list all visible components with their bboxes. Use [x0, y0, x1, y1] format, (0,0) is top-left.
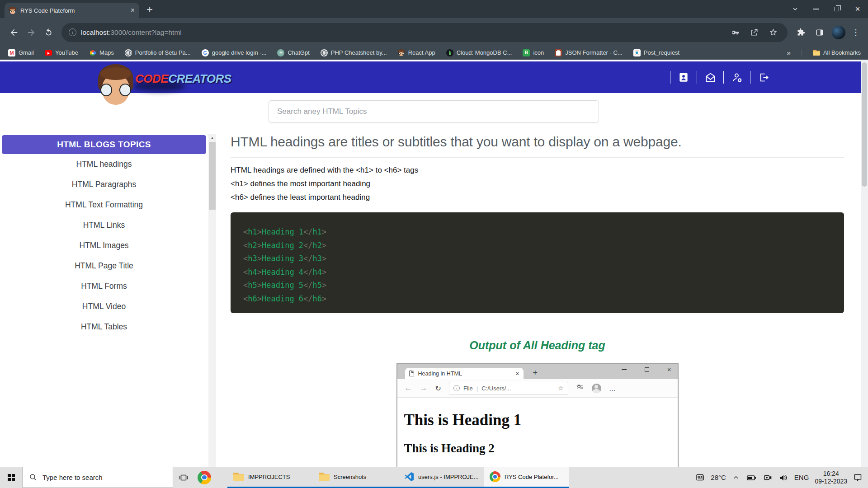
bookmark-maps[interactable]: Maps: [89, 49, 114, 56]
bookmark-portfolio[interactable]: Portfolio of Setu Pa...: [125, 49, 191, 56]
web-page: CODECREATORS HTML BLOGS TOPICS HTML head…: [0, 60, 868, 467]
bookmark-gmail[interactable]: MGmail: [8, 49, 34, 56]
content-scrollbar[interactable]: ▲: [208, 134, 216, 467]
bookmark-label: PHP Cheatsheet by...: [331, 49, 387, 56]
menu-dots-icon: …: [609, 385, 616, 392]
taskbar-search[interactable]: [23, 467, 173, 488]
sidebar-item-html-video[interactable]: HTML Video: [2, 296, 206, 317]
task-view-icon: [179, 473, 189, 483]
profile-avatar[interactable]: [830, 24, 847, 41]
folder-icon: [813, 50, 820, 56]
page-scrollbar[interactable]: [861, 60, 868, 467]
bookmarks-overflow-chevron[interactable]: »: [787, 49, 791, 56]
site-logo-text[interactable]: CODECREATORS: [135, 72, 231, 86]
tab-close-icon[interactable]: ×: [131, 7, 135, 14]
site-info-icon[interactable]: i: [69, 28, 76, 36]
sidebar-item-html-links[interactable]: HTML Links: [2, 215, 206, 235]
side-panel-icon[interactable]: [811, 24, 828, 41]
site-logo-mascot[interactable]: [98, 64, 133, 106]
tray-chevron-icon[interactable]: [732, 474, 740, 482]
new-tab-button[interactable]: +: [146, 4, 153, 15]
bookmark-label: Cloud: MongoDB C...: [457, 49, 512, 56]
bookmark-mongodb[interactable]: Cloud: MongoDB C...: [446, 49, 512, 56]
code-line: <h4>Heading 4</h4>: [243, 266, 840, 279]
bookmark-json-formatter[interactable]: JSON Formatter - C...: [555, 49, 622, 56]
bookmark-youtube[interactable]: YouTube: [45, 49, 78, 56]
scroll-up-arrow-icon[interactable]: ▲: [208, 134, 216, 141]
sidebar-item-html-page-title[interactable]: HTML Page Title: [2, 256, 206, 276]
battery-icon[interactable]: [746, 472, 757, 483]
code-line: <h1>Heading 1</h1>: [243, 225, 840, 239]
topic-search-input[interactable]: [269, 100, 599, 123]
favorites-bar-icon: [576, 383, 584, 393]
paragraph: <h1> defines the most important heading: [231, 177, 844, 191]
taskbar-chrome-button[interactable]: [194, 467, 215, 488]
screenshot-titlebar: Heading in HTML × + ×: [397, 364, 678, 379]
bookmark-label: ChatGpt: [288, 49, 309, 56]
speaker-icon[interactable]: [778, 473, 788, 483]
extensions-puzzle-icon[interactable]: [792, 24, 809, 41]
browser-tab[interactable]: RYS Code Plateform ×: [5, 3, 139, 18]
bookmark-label: Portfolio of Setu Pa...: [135, 49, 191, 56]
all-bookmarks-button[interactable]: All Bookmarks: [813, 49, 861, 56]
reload-icon[interactable]: [40, 24, 57, 41]
bookmark-chatgpt[interactable]: ✳ChatGpt: [277, 49, 309, 56]
taskbar-app-rys-chrome[interactable]: RYS Code Platefor...: [484, 467, 569, 488]
scrollbar-thumb[interactable]: [862, 62, 867, 187]
reload-icon: ↻: [435, 384, 441, 393]
windows-logo-icon: [8, 474, 15, 481]
language-indicator[interactable]: ENG: [794, 474, 809, 481]
scrollbar-thumb[interactable]: [209, 142, 216, 210]
bookmark-icon-site[interactable]: Bicon: [523, 49, 544, 56]
bookmark-label: Gmail: [19, 49, 34, 56]
time-text: 16:24: [815, 470, 847, 478]
bookmark-label: React App: [408, 49, 435, 56]
sidebar-item-html-forms[interactable]: HTML Forms: [2, 276, 206, 296]
minimize-button[interactable]: [806, 0, 826, 18]
bookmark-php-cheatsheet[interactable]: PHP Cheatsheet by...: [321, 49, 387, 56]
taskbar-app-vscode[interactable]: users.js - IMPPROJE...: [398, 467, 484, 488]
restore-button[interactable]: [826, 0, 847, 18]
start-button[interactable]: [0, 467, 23, 488]
tab-search-chevron-icon[interactable]: [785, 0, 806, 18]
bookmark-google-drive[interactable]: Ggoogle drive login -...: [202, 49, 267, 56]
browser-menu-icon[interactable]: ⋮: [849, 28, 863, 38]
gmail-icon: M: [8, 49, 15, 56]
camera-icon[interactable]: [763, 473, 773, 483]
news-widget-icon[interactable]: [695, 473, 705, 482]
bookmark-star-icon[interactable]: [766, 25, 780, 40]
bookmark-label: icon: [533, 49, 544, 56]
taskbar-app-impprojects[interactable]: IMPPROJECTS: [227, 467, 313, 488]
toolbar-right: ⋮: [792, 24, 863, 41]
sidebar-item-html-headings[interactable]: HTML headings: [2, 154, 206, 174]
close-button[interactable]: ×: [847, 0, 868, 18]
taskbar-search-input[interactable]: [42, 474, 151, 481]
page-icon: [409, 371, 414, 376]
sidebar-item-html-images[interactable]: HTML Images: [2, 235, 206, 256]
temperature-text[interactable]: 28°C: [711, 474, 726, 481]
logout-icon[interactable]: [757, 70, 770, 84]
sidebar-item-html-paragraphs[interactable]: HTML Paragraphs: [2, 174, 206, 195]
address-bar[interactable]: i localhost:3000/content?lag=html: [61, 23, 788, 42]
sidebar-item-html-text-formatting[interactable]: HTML Text Formatting: [2, 195, 206, 215]
password-key-icon[interactable]: [728, 25, 742, 40]
contact-card-icon[interactable]: [677, 70, 690, 84]
action-center-icon[interactable]: [853, 473, 863, 482]
person-add-icon[interactable]: [730, 70, 744, 84]
bookmark-label: Maps: [99, 49, 114, 56]
taskbar-app-screenshots[interactable]: Screenshots: [313, 467, 398, 488]
sidebar-item-html-tables[interactable]: HTML Tables: [2, 317, 206, 337]
profile-avatar: [592, 384, 601, 393]
clock[interactable]: 16:24 09-12-2023: [815, 470, 847, 485]
bookmark-post-request[interactable]: Post_requiest: [633, 49, 680, 56]
taskbar-app-label: users.js - IMPPROJE...: [418, 474, 479, 480]
back-icon[interactable]: [5, 24, 23, 41]
share-icon[interactable]: [747, 25, 761, 40]
folder-icon: [233, 473, 244, 481]
forward-icon[interactable]: [23, 24, 40, 41]
task-view-button[interactable]: [173, 467, 194, 488]
date-text: 09-12-2023: [815, 478, 847, 485]
bookmark-react-app[interactable]: React App: [398, 49, 435, 56]
mail-icon[interactable]: [703, 70, 717, 84]
divider: [802, 49, 802, 56]
